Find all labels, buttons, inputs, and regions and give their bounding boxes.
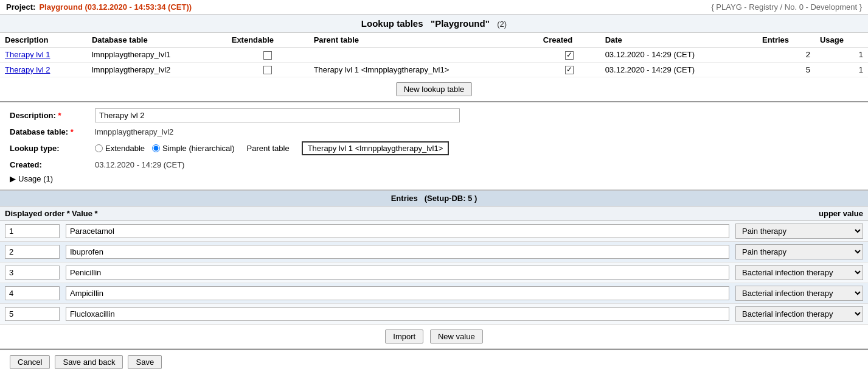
form-section: Description: Database table: lmnpplaygth… — [0, 102, 868, 190]
entries-action-row: Import New value — [0, 325, 868, 349]
entry-order-input[interactable] — [5, 307, 60, 321]
count-badge: (2) — [497, 19, 507, 29]
save-button[interactable]: Save — [128, 355, 162, 369]
import-button[interactable]: Import — [385, 329, 423, 344]
usage-cell: 1 — [815, 62, 868, 77]
cancel-button[interactable]: Cancel — [10, 355, 50, 369]
project-value: Playground (03.12.2020 - 14:53:34 (CET)) — [39, 2, 192, 12]
table-row[interactable]: Therapy lvl 2lmnpplaygtherapy_lvl2Therap… — [0, 62, 868, 77]
entry-row: Pain therapyBacterial infection therapy — [0, 283, 868, 304]
usage-cell: 1 — [815, 48, 868, 63]
new-lookup-btn-row: New lookup table — [0, 77, 868, 102]
form-row-lookup-type: Lookup type: Extendable Simple (hierarch… — [10, 141, 858, 155]
entry-upper-select[interactable]: Pain therapyBacterial infection therapy — [735, 286, 863, 301]
form-row-description: Description: — [10, 108, 858, 122]
entry-row: Pain therapyBacterial infection therapy — [0, 242, 868, 262]
col-upper-header: upper value — [729, 209, 863, 218]
page-title-bar: Lookup tables "Playground" (2) — [0, 15, 868, 33]
lookup-type-label: Lookup type: — [10, 144, 95, 153]
date-cell: 03.12.2020 - 14:29 (CET) — [600, 48, 757, 63]
date-cell: 03.12.2020 - 14:29 (CET) — [600, 62, 757, 77]
new-value-button[interactable]: New value — [430, 329, 483, 344]
radio-group: Extendable Simple (hierarchical) Parent … — [95, 141, 449, 155]
entry-value-input[interactable] — [66, 245, 729, 259]
description-input[interactable] — [95, 108, 460, 122]
entry-upper-select[interactable]: Pain therapyBacterial infection therapy — [735, 224, 863, 239]
entry-upper-select[interactable]: Pain therapyBacterial infection therapy — [735, 306, 863, 322]
usage-label: Usage — [18, 174, 41, 183]
entry-upper-select[interactable]: Pain therapyBacterial infection therapy — [735, 244, 863, 259]
extendable-checkbox[interactable] — [263, 51, 272, 60]
entry-order-input[interactable] — [5, 245, 60, 259]
top-bar: Project: Playground (03.12.2020 - 14:53:… — [0, 0, 868, 15]
entry-value-input[interactable] — [66, 224, 729, 238]
parent-table-cell — [309, 48, 538, 63]
created-checkbox — [565, 66, 574, 74]
usage-toggle[interactable]: ▶ — [10, 174, 16, 183]
entry-row: Pain therapyBacterial infection therapy — [0, 304, 868, 325]
page-title: Lookup tables — [361, 18, 423, 29]
radio-extendable[interactable] — [95, 144, 103, 152]
col-value-header: Value * — [72, 209, 729, 218]
entries-cell: 2 — [757, 48, 815, 63]
lookup-table: Description Database table Extendable Pa… — [0, 33, 868, 77]
form-row-database-table: Database table: lmnpplaygtherapy_lvl2 — [10, 127, 858, 136]
entry-row: Pain therapyBacterial infection therapy — [0, 221, 868, 242]
created-checkbox — [565, 51, 574, 60]
entries-header: Entries (Setup-DB: 5 ) — [0, 190, 868, 206]
entries-section: Entries (Setup-DB: 5 ) Displayed order *… — [0, 190, 868, 349]
entry-value-input[interactable] — [66, 266, 729, 280]
usage-count: (1) — [43, 174, 53, 183]
bottom-bar: Cancel Save and back Save — [0, 349, 868, 374]
database-table-label: Database table: — [10, 127, 95, 136]
description-link[interactable]: Therapy lvl 1 — [5, 50, 50, 59]
th-description: Description — [0, 33, 87, 48]
entries-col-headers: Displayed order * Value * upper value — [0, 206, 868, 221]
th-date: Date — [600, 33, 757, 48]
project-name: "Playground" — [431, 18, 490, 29]
entry-upper-select[interactable]: Pain therapyBacterial infection therapy — [735, 265, 863, 280]
save-back-button[interactable]: Save and back — [55, 355, 123, 369]
setup-db-info: (Setup-DB: 5 ) — [425, 194, 477, 203]
th-entries: Entries — [757, 33, 815, 48]
col-order-header: Displayed order * — [5, 209, 72, 218]
form-row-created: Created: 03.12.2020 - 14:29 (CET) — [10, 160, 858, 169]
parent-table-value: Therapy lvl 1 <lmnpplaygtherapy_lvl1> — [302, 141, 450, 155]
th-database-table: Database table — [87, 33, 227, 48]
database-table-cell: lmnpplaygtherapy_lvl1 — [87, 48, 227, 63]
extendable-checkbox[interactable] — [263, 66, 272, 74]
database-table-cell: lmnpplaygtherapy_lvl2 — [87, 62, 227, 77]
th-created: Created — [538, 33, 600, 48]
parent-table-cell: Therapy lvl 1 <lmnpplaygtherapy_lvl1> — [309, 62, 538, 77]
th-parent-table: Parent table — [309, 33, 538, 48]
th-extendable: Extendable — [227, 33, 309, 48]
table-row[interactable]: Therapy lvl 1lmnpplaygtherapy_lvl103.12.… — [0, 48, 868, 63]
entry-rows-container: Pain therapyBacterial infection therapyP… — [0, 221, 868, 325]
radio-extendable-label[interactable]: Extendable — [95, 144, 145, 153]
database-table-value: lmnpplaygtherapy_lvl2 — [95, 127, 173, 136]
entries-cell: 5 — [757, 62, 815, 77]
new-lookup-button[interactable]: New lookup table — [396, 82, 473, 96]
entry-order-input[interactable] — [5, 286, 60, 300]
entry-value-input[interactable] — [66, 286, 729, 300]
radio-simple-label[interactable]: Simple (hierarchical) — [152, 144, 234, 153]
created-label: Created: — [10, 160, 95, 169]
entry-order-input[interactable] — [5, 266, 60, 280]
entry-value-input[interactable] — [66, 307, 729, 321]
parent-table-label: Parent table — [247, 144, 290, 153]
th-usage: Usage — [815, 33, 868, 48]
radio-simple[interactable] — [152, 144, 160, 152]
usage-row: ▶ Usage (1) — [10, 174, 858, 183]
project-label: Project: — [6, 2, 35, 12]
created-value: 03.12.2020 - 14:29 (CET) — [95, 160, 184, 169]
entry-row: Pain therapyBacterial infection therapy — [0, 262, 868, 283]
registry-info: { PLAYG - Registry / No. 0 - Development… — [711, 2, 862, 12]
entry-order-input[interactable] — [5, 224, 60, 238]
description-link[interactable]: Therapy lvl 2 — [5, 65, 50, 74]
description-label: Description: — [10, 111, 95, 120]
